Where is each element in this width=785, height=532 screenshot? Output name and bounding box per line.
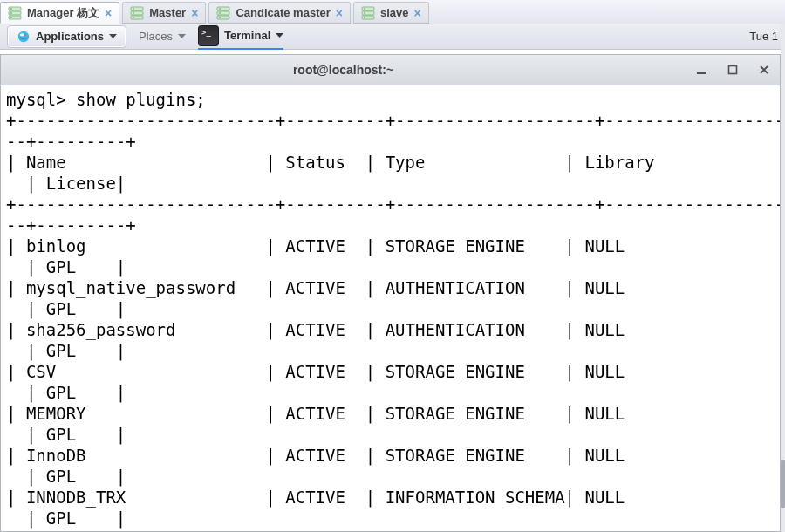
svg-point-25 (20, 33, 24, 36)
svg-point-24 (18, 31, 29, 41)
svg-point-15 (220, 8, 222, 10)
svg-rect-1 (9, 11, 21, 15)
close-icon[interactable]: × (414, 7, 421, 19)
close-icon[interactable]: × (191, 7, 198, 19)
svg-rect-28 (729, 66, 737, 74)
gnome-menubar: Applications Places Terminal Tue 1 (0, 24, 785, 50)
session-tab-label: slave (380, 6, 409, 19)
svg-rect-13 (217, 11, 229, 15)
window-close-button[interactable] (754, 60, 774, 79)
window-titlebar[interactable]: root@localhost:~ (1, 55, 780, 85)
svg-point-5 (10, 17, 12, 18)
svg-point-10 (133, 12, 134, 14)
applications-label: Applications (36, 30, 104, 43)
svg-rect-8 (131, 16, 143, 19)
server-icon (216, 6, 230, 20)
svg-point-9 (133, 8, 134, 10)
svg-rect-12 (217, 7, 229, 10)
places-label: Places (139, 30, 173, 43)
chevron-down-icon (276, 33, 283, 38)
svg-rect-18 (362, 7, 374, 10)
scrollbar-thumb[interactable] (781, 460, 785, 508)
session-tab-0[interactable]: Manager 杨文× (0, 2, 119, 24)
server-icon (130, 6, 144, 20)
session-tab-2[interactable]: Candicate master× (208, 2, 351, 24)
chevron-down-icon (178, 34, 186, 39)
chevron-down-icon (109, 34, 117, 39)
svg-rect-0 (9, 7, 21, 10)
svg-point-22 (364, 12, 365, 14)
session-tab-1[interactable]: Master× (122, 2, 206, 24)
close-icon[interactable]: × (336, 7, 343, 19)
window-title: root@localhost:~ (1, 63, 686, 77)
svg-rect-6 (131, 7, 143, 10)
window-maximize-button[interactable] (723, 60, 742, 79)
svg-point-16 (220, 12, 222, 14)
svg-point-4 (10, 12, 12, 14)
svg-rect-27 (697, 72, 706, 74)
terminal-icon (198, 25, 219, 46)
svg-point-11 (133, 17, 134, 18)
svg-rect-20 (362, 16, 374, 19)
clock[interactable]: Tue 1 (749, 30, 778, 43)
terminal-window: root@localhost:~ mysql> show plugins; +-… (0, 54, 781, 532)
svg-rect-7 (131, 11, 143, 15)
svg-rect-19 (362, 11, 374, 15)
server-icon (361, 6, 375, 20)
svg-point-17 (220, 17, 222, 18)
window-minimize-button[interactable] (692, 60, 711, 79)
terminal-label: Terminal (224, 29, 270, 42)
applications-menu[interactable]: Applications (7, 25, 126, 48)
svg-point-26 (24, 33, 26, 35)
svg-point-21 (364, 8, 365, 10)
terminal-launcher[interactable]: Terminal (198, 24, 283, 50)
svg-rect-2 (9, 16, 21, 19)
session-tab-label: Manager 杨文 (27, 5, 99, 21)
app-launcher-icon (17, 30, 31, 44)
places-menu[interactable]: Places (139, 30, 186, 43)
svg-point-23 (364, 17, 365, 18)
close-icon[interactable]: × (105, 7, 112, 19)
session-tab-label: Master (149, 6, 186, 19)
session-tab-3[interactable]: slave× (353, 2, 429, 24)
server-icon (8, 6, 22, 20)
svg-rect-14 (217, 16, 229, 19)
svg-point-3 (10, 8, 12, 10)
page-scrollbar[interactable] (781, 24, 785, 532)
session-tab-label: Candicate master (236, 6, 330, 19)
terminal-output[interactable]: mysql> show plugins; +------------------… (1, 85, 780, 531)
session-tab-strip: Manager 杨文×Master×Candicate master×slave… (0, 0, 785, 24)
